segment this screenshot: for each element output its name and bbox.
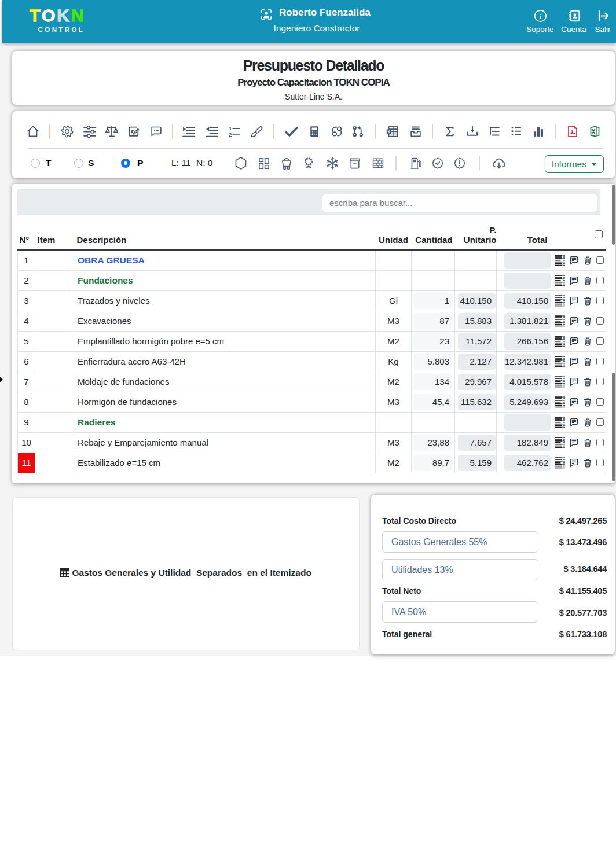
svg-text:X: X (387, 130, 390, 134)
svg-text:i: i (539, 12, 541, 21)
svg-text:1: 1 (229, 126, 232, 131)
svg-text:2: 2 (229, 132, 232, 138)
